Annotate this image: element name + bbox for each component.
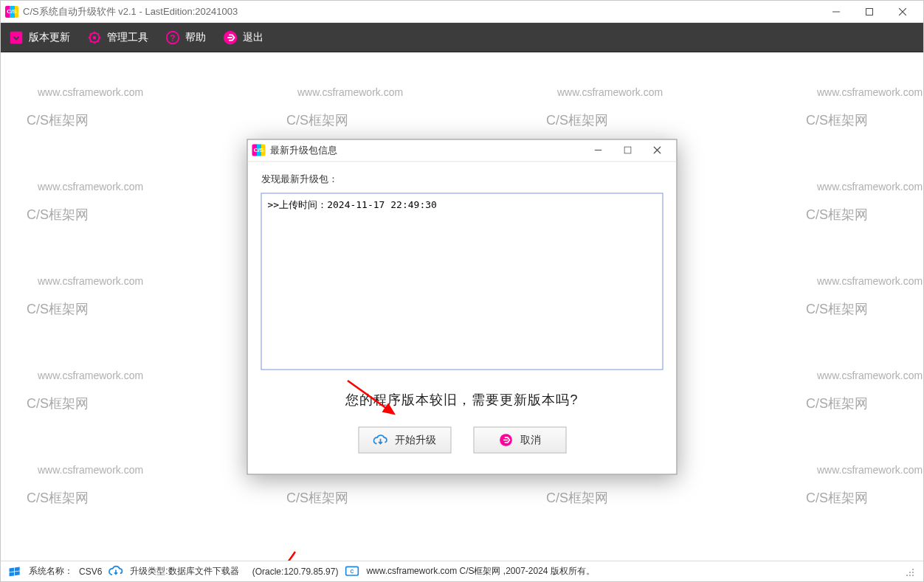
svg-rect-10 — [10, 572, 15, 576]
upgrade-type-label: 升级类型:数据库文件下载器 — [130, 565, 238, 578]
dialog-close-button[interactable] — [643, 141, 672, 160]
exit-icon — [222, 30, 238, 46]
toolbar-tools-button[interactable]: 管理工具 — [86, 30, 148, 46]
window-title: C/S系统自动升级软件 v2.1 - LastEdition:20241003 — [23, 5, 238, 18]
content-area: www.csframework.comwww.csframework.comww… — [1, 52, 923, 561]
svg-point-16 — [912, 572, 914, 573]
cs-logo-icon: C — [344, 564, 360, 579]
sysname-label: 系统名称： — [29, 565, 73, 578]
main-titlebar: C/S C/S系统自动升级软件 v2.1 - LastEdition:20241… — [1, 1, 923, 23]
dialog-titlebar: C/S 最新升级包信息 — [248, 139, 677, 162]
app-icon: C/S — [5, 6, 18, 18]
toolbar-update-button[interactable]: 版本更新 — [8, 30, 70, 46]
upgrade-question-text: 您的程序版本较旧，需要更新版本吗? — [261, 390, 663, 408]
dialog-minimize-button[interactable] — [584, 141, 613, 160]
main-toolbar: 版本更新 管理工具 ? 帮助 退出 — [1, 23, 923, 52]
svg-rect-6 — [624, 147, 631, 153]
svg-rect-0 — [866, 8, 872, 15]
svg-point-18 — [909, 575, 911, 576]
minimize-button[interactable] — [819, 1, 852, 22]
sysname-value: CSV6 — [79, 567, 102, 577]
svg-point-17 — [906, 575, 908, 576]
cancel-icon — [498, 432, 513, 447]
status-bar: 系统名称： CSV6 升级类型:数据库文件下载器 (Oracle:120.79.… — [1, 561, 923, 581]
close-button[interactable] — [886, 1, 919, 22]
toolbar-help-button[interactable]: ? 帮助 — [165, 30, 206, 46]
cancel-label: 取消 — [520, 433, 541, 446]
toolbar-update-label: 版本更新 — [29, 31, 70, 44]
gear-icon — [86, 30, 103, 46]
svg-point-19 — [912, 575, 914, 576]
toolbar-exit-label: 退出 — [243, 31, 263, 44]
dialog-maximize-button[interactable] — [613, 141, 643, 160]
maximize-button[interactable] — [852, 1, 886, 22]
svg-point-15 — [909, 572, 911, 573]
svg-rect-11 — [15, 571, 20, 575]
svg-rect-8 — [10, 567, 15, 572]
cloud-download-icon — [373, 432, 387, 447]
toolbar-help-label: 帮助 — [185, 31, 206, 44]
start-upgrade-label: 开始升级 — [395, 433, 436, 446]
cloud-icon — [108, 564, 124, 579]
windows-icon — [7, 564, 23, 579]
svg-text:C: C — [351, 568, 354, 573]
copyright-text: www.csframework.com C/S框架网 ,2007-2024 版权… — [366, 565, 594, 578]
svg-rect-9 — [15, 567, 20, 571]
toolbar-exit-button[interactable]: 退出 — [222, 30, 263, 46]
svg-point-14 — [912, 569, 914, 570]
dialog-title: 最新升级包信息 — [270, 144, 337, 157]
cancel-button[interactable]: 取消 — [473, 426, 566, 453]
oracle-address: (Oracle:120.79.85.97) — [252, 567, 339, 577]
help-icon: ? — [165, 30, 181, 46]
toolbar-tools-label: 管理工具 — [107, 31, 148, 44]
upgrade-dialog: C/S 最新升级包信息 发现最新升级包： 您的程序版本较旧， — [247, 139, 678, 474]
found-package-label: 发现最新升级包： — [261, 172, 663, 185]
upgrade-log-textarea[interactable] — [261, 193, 663, 370]
dialog-app-icon: C/S — [252, 145, 266, 156]
start-upgrade-button[interactable]: 开始升级 — [358, 426, 451, 453]
resize-grip-icon[interactable] — [901, 564, 917, 579]
svg-point-2 — [93, 35, 97, 39]
download-icon — [8, 30, 24, 46]
svg-text:?: ? — [170, 32, 175, 43]
